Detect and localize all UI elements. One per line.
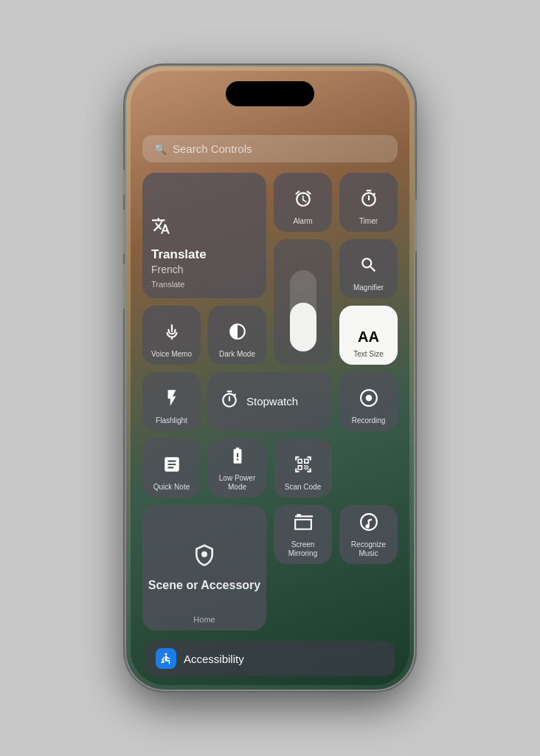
power-button[interactable] [414,199,417,251]
recording-label: Recording [352,416,386,425]
volume-down-button[interactable] [123,264,126,309]
magnifier-label: Magnifier [353,284,384,292]
alarm-tile[interactable]: Alarm [274,173,332,232]
recognize-music-tile[interactable]: Recognize Music [339,505,398,564]
accessibility-label: Accessibility [184,653,244,665]
voice-memo-tile[interactable]: Voice Memo [142,306,201,365]
dynamic-island [226,81,314,106]
screen-mirroring-tile[interactable]: Screen Mirroring [274,505,332,564]
search-icon: 🔍 [154,143,167,155]
scan-code-label: Scan Code [285,483,321,492]
translate-subtitle: French [151,264,257,275]
phone-frame: 🔍 Search Controls Translate [126,66,414,690]
translate-content: Translate French [151,247,257,275]
search-placeholder: Search Controls [173,142,252,155]
translate-tile[interactable]: Translate French Translate [142,173,266,298]
accessibility-icon [156,648,176,669]
translate-label: Translate [151,280,184,289]
text-size-icon: AA [358,329,379,346]
low-power-label: Low Power Mode [212,474,262,492]
scene-icon [193,543,216,572]
control-center: 🔍 Search Controls Translate [131,71,409,685]
phone-screen: 🔍 Search Controls Translate [131,71,409,685]
dark-mode-icon [228,322,247,346]
accessibility-row[interactable]: Accessibility [145,641,395,676]
dark-mode-tile[interactable]: Dark Mode [208,306,266,365]
stopwatch-label: Stopwatch [246,395,298,408]
mute-button[interactable] [123,170,126,195]
recognize-music-icon [359,512,378,536]
alarm-label: Alarm [293,217,312,226]
flashlight-tile[interactable]: Flashlight [142,372,201,431]
control-center-screen: 🔍 Search Controls Translate [131,71,409,685]
accessibility-section: Accessibility [142,641,398,685]
translate-title: Translate [151,247,257,262]
scene-accessory-tile[interactable]: Scene or Accessory Home [142,505,266,630]
brightness-fill [290,303,316,351]
brightness-tile[interactable] [274,239,332,365]
brightness-slider[interactable] [290,270,316,351]
voice-memo-label: Voice Memo [151,350,192,359]
svg-point-2 [165,653,167,656]
bottom-tabs [145,684,395,685]
scene-content: Scene or Accessory [148,543,260,592]
screen-mirroring-icon [294,512,313,536]
timer-icon [359,189,378,213]
voice-memo-icon [162,322,181,346]
scan-code-icon [294,455,313,478]
search-bar[interactable]: 🔍 Search Controls [142,135,398,162]
timer-tile[interactable]: Timer [339,173,398,232]
text-size-tile[interactable]: AA Text Size [339,306,398,365]
low-power-icon [228,446,247,470]
magnifier-icon [359,255,378,279]
timer-label: Timer [359,217,378,226]
text-size-label: Text Size [353,350,384,359]
controls-grid: Translate French Translate Alarm [142,173,398,630]
flashlight-label: Flashlight [156,416,187,425]
magnifier-tile[interactable]: Magnifier [339,239,398,298]
scan-code-tile[interactable]: Scan Code [274,439,332,498]
volume-up-button[interactable] [123,210,126,254]
recognize-music-label: Recognize Music [344,540,393,558]
quick-note-tile[interactable]: Quick Note [142,439,201,498]
svg-point-1 [201,551,207,557]
stopwatch-icon [220,390,239,413]
low-power-tile[interactable]: Low Power Mode [208,439,266,498]
translate-icon [151,214,170,241]
stopwatch-tile[interactable]: Stopwatch [208,372,332,431]
svg-point-0 [365,395,372,402]
scene-title: Scene or Accessory [148,578,260,592]
dark-mode-label: Dark Mode [219,350,255,359]
alarm-icon [294,189,313,213]
quick-note-icon [162,455,181,478]
recording-icon [359,388,378,412]
quick-note-label: Quick Note [153,483,190,492]
scene-footer: Home [193,615,215,625]
recording-tile[interactable]: Recording [339,372,398,431]
flashlight-icon [162,388,181,412]
screen-mirroring-label: Screen Mirroring [278,540,328,558]
